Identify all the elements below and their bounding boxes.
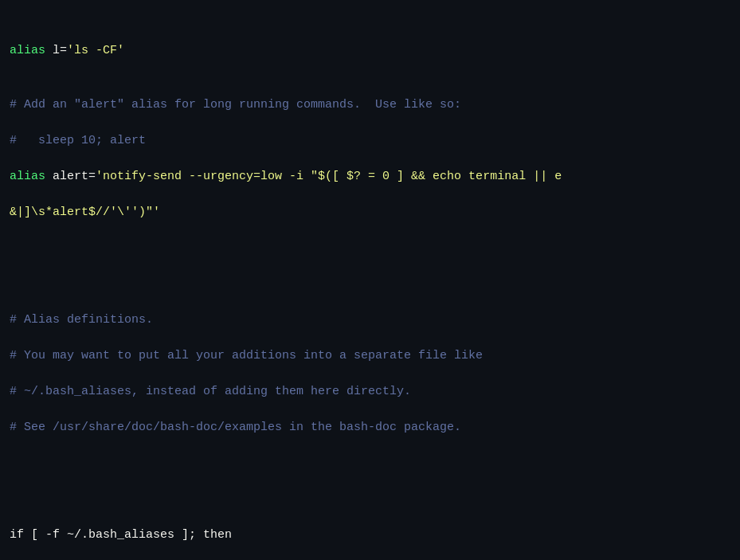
blank-line	[10, 472, 730, 491]
code-line: # ~/.bash_aliases, instead of adding the…	[10, 383, 730, 401]
code-line: # See /usr/share/doc/bash-doc/examples i…	[10, 419, 730, 437]
blank-line	[10, 257, 730, 276]
code-content: alias l='ls -CF' # Add an "alert" alias …	[10, 6, 730, 560]
code-line: # Alias definitions.	[10, 311, 730, 330]
code-line: # You may want to put all your additions…	[10, 347, 730, 366]
terminal-window[interactable]: alias l='ls -CF' # Add an "alert" alias …	[0, 0, 740, 560]
code-line: alias l='ls -CF'	[10, 42, 730, 61]
code-line: # sleep 10; alert	[10, 132, 730, 151]
code-line: alias alert='notify-send --urgency=low -…	[10, 168, 730, 186]
code-line: if [ -f ~/.bash_aliases ]; then	[10, 527, 730, 545]
code-line: # Add an "alert" alias for long running …	[10, 96, 730, 115]
code-line: &|]\s*alert$//'\'')"'	[10, 204, 730, 222]
